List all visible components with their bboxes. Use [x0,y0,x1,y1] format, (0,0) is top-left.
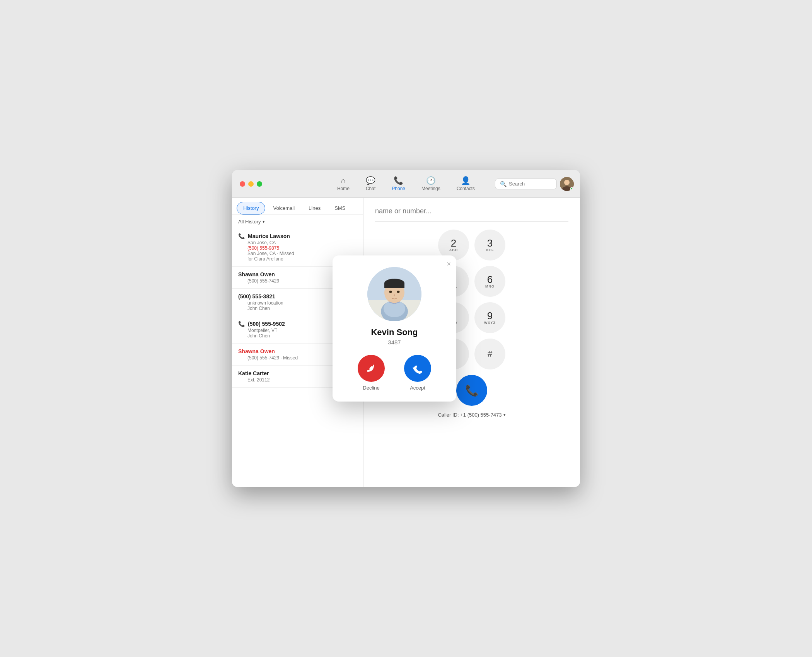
call-ext: Ext. 20112 [247,377,270,383]
tab-history[interactable]: History [237,202,265,214]
dial-key-9[interactable]: 9 WXYZ [474,302,505,333]
call-button[interactable]: 📞 [456,375,487,406]
dial-number: 2 [451,238,456,248]
contact-location: San Jose, CA [247,240,357,245]
home-icon: ⌂ [341,177,346,184]
titlebar: ⌂ Home 💬 Chat 📞 Phone 🕐 Meetings 👤 Conta… [232,170,580,198]
call-button-icon: 📞 [465,384,479,397]
svg-point-13 [397,291,400,293]
maximize-button[interactable] [257,181,262,187]
caller-extension: 3487 [388,339,401,346]
online-indicator [570,187,574,191]
nav-label-phone: Phone [392,186,405,191]
nav-item-chat[interactable]: 💬 Chat [360,174,382,194]
app-window: ⌂ Home 💬 Chat 📞 Phone 🕐 Meetings 👤 Conta… [232,170,580,487]
dial-letters: DEF [486,248,494,252]
filter-label: All History [238,219,261,225]
search-icon: 🔍 [500,181,507,187]
tab-lines[interactable]: Lines [302,202,327,214]
caller-id-label: Caller ID: +1 (500) 555-7473 [438,412,502,418]
contact-name: Maurice Lawson [248,233,290,239]
nav-label-meetings: Meetings [421,186,440,191]
contact-avatar [367,267,421,321]
svg-point-12 [389,291,392,293]
tab-sms[interactable]: SMS [328,202,351,214]
dial-number: 6 [487,274,493,284]
incoming-call-modal: × [333,255,456,402]
contact-name: Shawna Owen [238,348,275,354]
nav-item-contacts[interactable]: 👤 Contacts [450,174,481,194]
decline-action: Decline [358,355,385,391]
dial-number: 9 [487,311,493,321]
dial-letters: ABC [449,248,458,252]
dial-letters: MNO [485,284,495,288]
caller-name: Kevin Song [371,327,418,337]
decline-icon [365,362,377,374]
contact-name: (500) 555-3821 [238,293,275,300]
user-avatar-container [560,177,574,191]
dial-key-hash[interactable]: # [474,339,505,369]
accept-button[interactable] [404,355,431,382]
call-detail: (500) 555-7429 · Missed [247,355,298,361]
phone-icon: 📞 [394,177,403,184]
tab-voicemail[interactable]: Voicemail [267,202,301,214]
dial-symbol: # [488,349,492,359]
call-actions: Decline Accept [358,355,431,391]
contact-number: (500) 555-9875 [247,245,357,251]
decline-button[interactable] [358,355,385,382]
caller-id-row: Caller ID: +1 (500) 555-7473 ▾ [375,412,568,418]
svg-point-14 [394,294,395,296]
search-input[interactable] [509,181,552,187]
nav-item-phone[interactable]: 📞 Phone [386,174,411,194]
nav-bar: ⌂ Home 💬 Chat 📞 Phone 🕐 Meetings 👤 Conta… [331,174,481,194]
accept-icon [411,362,424,374]
contact-name: Shawna Owen [238,271,275,277]
avatar[interactable] [560,177,574,191]
contact-avatar-image [367,267,421,321]
dial-number: 3 [487,238,493,248]
nav-label-contacts: Contacts [457,186,475,191]
svg-point-1 [564,180,570,185]
meetings-icon: 🕐 [426,177,436,184]
chevron-down-icon[interactable]: ▾ [503,412,506,417]
tabs-bar: History Voicemail Lines SMS [232,198,363,215]
modal-close-button[interactable]: × [447,260,451,268]
nav-item-meetings[interactable]: 🕐 Meetings [415,174,447,194]
chat-icon: 💬 [366,177,375,184]
dialer-input-row [375,206,568,222]
nav-item-home[interactable]: ⌂ Home [331,174,356,194]
decline-label: Decline [363,385,379,391]
minimize-button[interactable] [248,181,254,187]
contact-name: (500) 555-9502 [248,321,285,327]
accept-label: Accept [410,385,425,391]
contacts-icon: 👤 [461,177,471,184]
accept-action: Accept [404,355,431,391]
search-bar[interactable]: 🔍 [495,179,557,189]
nav-label-chat: Chat [366,186,375,191]
chevron-down-icon: ▾ [263,219,265,224]
nav-label-home: Home [337,186,350,191]
traffic-lights [240,181,262,187]
all-history-filter[interactable]: All History ▾ [232,215,363,228]
dialer-input[interactable] [375,206,568,217]
dial-letters: WXYZ [484,321,496,325]
svg-rect-11 [384,283,404,288]
call-icon: 📞 [238,321,245,327]
contact-name: Katie Carter [238,370,269,376]
dial-key-6[interactable]: 6 MNO [474,266,505,297]
close-button[interactable] [240,181,245,187]
call-icon: 📞 [238,233,245,239]
dial-key-3[interactable]: 3 DEF [474,230,505,260]
